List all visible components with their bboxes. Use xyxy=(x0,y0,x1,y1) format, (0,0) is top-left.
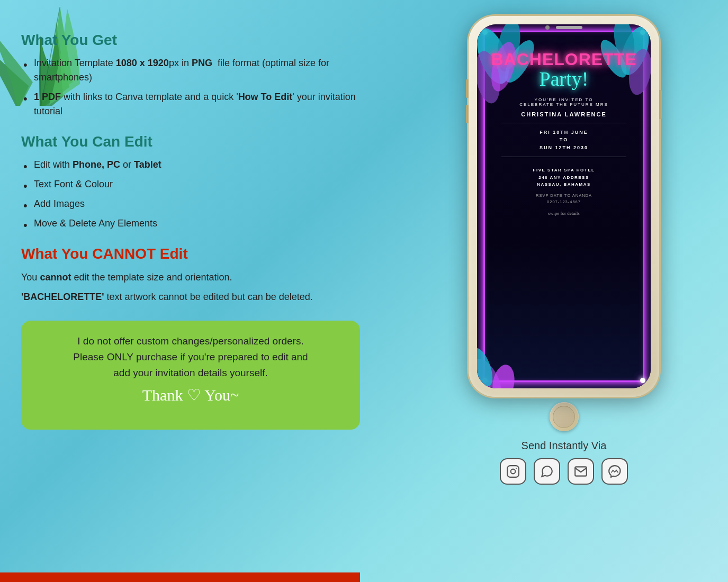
svg-rect-14 xyxy=(507,466,519,477)
bold-text: PNG xyxy=(192,58,212,68)
phone-side-button-2 xyxy=(466,105,469,123)
bold-text: 1080 x 1920 xyxy=(116,58,169,68)
email-icon[interactable] xyxy=(568,458,594,485)
what-you-can-edit-title: What You Can Edit xyxy=(21,133,360,150)
green-box-text: I do not offer custom changes/personaliz… xyxy=(40,333,341,381)
phone-side-button-right xyxy=(659,90,662,119)
invite-title-party: Party! xyxy=(540,69,589,89)
social-icons-row xyxy=(500,458,628,485)
cannot-text-2: 'BACHELORETTE' text artwork cannot be ed… xyxy=(21,289,360,305)
left-content-panel: What You Get Invitation Template 1080 x … xyxy=(21,32,360,430)
phone-side-button-1 xyxy=(466,79,469,98)
instagram-icon[interactable] xyxy=(500,458,526,485)
messenger-icon[interactable] xyxy=(601,458,628,485)
what-you-can-edit-section: What You Can Edit Edit with Phone, PC or… xyxy=(21,133,360,231)
item-text: 1 PDF with links to Canva template and a… xyxy=(34,92,356,116)
invite-swipe: swipe for details xyxy=(548,211,579,216)
item-text: Add Images xyxy=(34,198,85,209)
item-text: Edit with Phone, PC or Tablet xyxy=(34,159,161,170)
invitation-background: BACHELORETTE Party! YOU'RE INVITED TO CE… xyxy=(477,24,651,388)
phone-speaker xyxy=(556,26,582,29)
phone-home-button-inner xyxy=(553,406,575,428)
send-title: Send Instantly Via xyxy=(500,440,628,452)
invite-name: CHRISTINA LAWRENCE xyxy=(521,111,606,117)
flower-decoration-bottom xyxy=(477,335,530,388)
cannot-bold: cannot xyxy=(40,272,71,283)
phone-screen: BACHELORETTE Party! YOU'RE INVITED TO CE… xyxy=(477,24,651,388)
list-item: Invitation Template 1080 x 1920px in PNG… xyxy=(21,56,360,85)
cannot-text-1: You cannot edit the template size and or… xyxy=(21,270,360,285)
item-text: Move & Delete Any Elements xyxy=(34,218,157,229)
invite-divider-2 xyxy=(501,157,627,157)
what-you-get-title: What You Get xyxy=(21,32,360,49)
neon-corner-br xyxy=(640,378,645,383)
invite-date: FRI 10TH JUNE TO SUN 12TH 2030 xyxy=(540,129,588,151)
red-bottom-bar xyxy=(0,572,360,582)
thank-you-text: Thank ♡ You~ xyxy=(40,386,341,404)
bold-text: Tablet xyxy=(134,159,161,170)
phone-home-button[interactable] xyxy=(550,402,579,431)
item-text: Text Font & Colour xyxy=(34,179,113,189)
list-item: Edit with Phone, PC or Tablet xyxy=(21,158,360,172)
svg-point-15 xyxy=(511,469,516,474)
what-you-cannot-edit-section: What You CANNOT Edit You cannot edit the… xyxy=(21,245,360,305)
what-you-get-section: What You Get Invitation Template 1080 x … xyxy=(21,32,360,119)
item-text: Invitation Template 1080 x 1920px in PNG… xyxy=(34,58,329,83)
what-you-get-list: Invitation Template 1080 x 1920px in PNG… xyxy=(21,56,360,119)
can-edit-list: Edit with Phone, PC or Tablet Text Font … xyxy=(21,158,360,231)
send-instantly-section: Send Instantly Via xyxy=(500,440,628,485)
phone-camera xyxy=(545,25,550,30)
list-item: Move & Delete Any Elements xyxy=(21,216,360,231)
invite-venue: FIVE STAR SPA HOTEL 246 ANY ADDRESS NASS… xyxy=(533,167,595,188)
invite-subtitle-1: YOU'RE INVITED TO CELEBRATE THE FUTURE M… xyxy=(519,97,608,107)
right-panel: BACHELORETTE Party! YOU'RE INVITED TO CE… xyxy=(416,5,712,485)
bold-text: Phone, PC xyxy=(73,159,120,170)
bold-text: 1 PDF xyxy=(34,92,61,102)
list-item: Text Font & Colour xyxy=(21,177,360,192)
phone-top-area xyxy=(545,25,582,30)
invite-divider xyxy=(501,123,627,123)
svg-point-16 xyxy=(516,468,517,469)
phone-frame: BACHELORETTE Party! YOU'RE INVITED TO CE… xyxy=(469,16,659,397)
what-you-cannot-edit-title: What You CANNOT Edit xyxy=(21,245,360,262)
quote-text: How To Edit xyxy=(238,92,293,102)
invite-rsvp: RSVP DATE TO ANANDA 0207-123-4567 xyxy=(536,193,592,205)
invite-title-bachelorette: BACHELORETTE xyxy=(491,51,636,68)
whatsapp-icon[interactable] xyxy=(534,458,560,485)
list-item: Add Images xyxy=(21,197,360,211)
green-notice-box: I do not offer custom changes/personaliz… xyxy=(21,321,360,430)
list-item: 1 PDF with links to Canva template and a… xyxy=(21,90,360,119)
bachelorette-quote: 'BACHELORETTE' xyxy=(21,292,104,302)
